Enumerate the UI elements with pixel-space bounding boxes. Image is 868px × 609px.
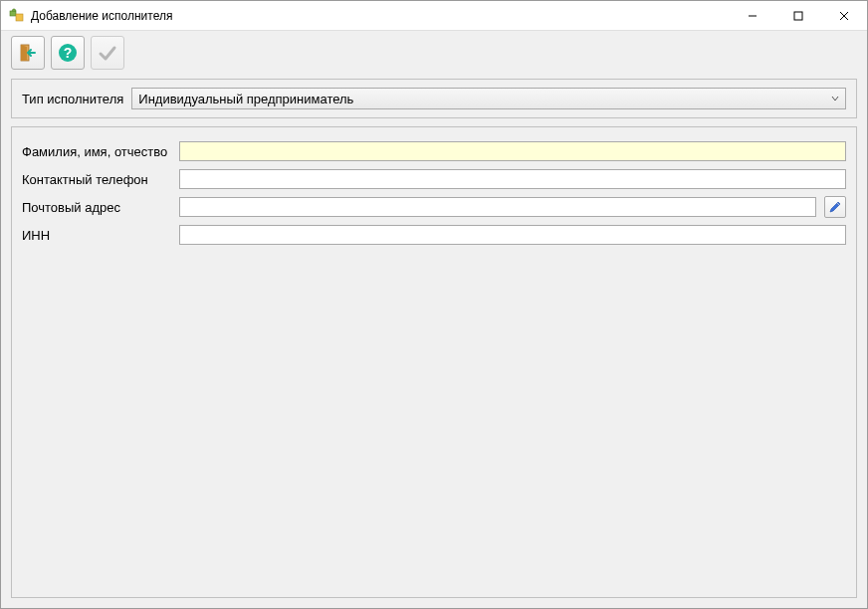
input-inn[interactable] (179, 225, 846, 245)
row-phone: Контактный телефон (22, 165, 846, 193)
input-phone[interactable] (179, 169, 846, 189)
window-root: Добавление исполнителя ? (0, 0, 868, 609)
type-select-value: Индивидуальный предприниматель (138, 92, 353, 106)
exit-button[interactable] (11, 36, 45, 70)
toolbar: ? (1, 31, 867, 75)
app-icon (9, 8, 25, 24)
help-button[interactable]: ? (51, 36, 85, 70)
close-button[interactable] (821, 1, 867, 30)
label-address: Почтовый адрес (22, 200, 171, 215)
label-fullname: Фамилия, имя, отчество (22, 144, 171, 159)
input-address[interactable] (179, 197, 816, 217)
form-section: Фамилия, имя, отчество Контактный телефо… (11, 126, 857, 598)
svg-text:?: ? (64, 45, 73, 61)
type-section: Тип исполнителя Индивидуальный предприни… (11, 79, 857, 118)
label-phone: Контактный телефон (22, 172, 171, 187)
row-address: Почтовый адрес (22, 193, 846, 221)
type-select[interactable]: Индивидуальный предприниматель (131, 88, 846, 109)
titlebar: Добавление исполнителя (1, 1, 867, 31)
maximize-button[interactable] (775, 1, 821, 30)
edit-address-button[interactable] (824, 196, 846, 218)
row-inn: ИНН (22, 221, 846, 249)
window-controls (730, 1, 867, 30)
input-fullname[interactable] (179, 141, 846, 161)
chevron-down-icon (831, 94, 839, 104)
type-row: Тип исполнителя Индивидуальный предприни… (22, 88, 846, 109)
type-label: Тип исполнителя (22, 92, 123, 106)
row-fullname: Фамилия, имя, отчество (22, 137, 846, 165)
confirm-button[interactable] (91, 36, 124, 70)
svg-rect-3 (794, 12, 802, 20)
svg-rect-0 (10, 11, 16, 16)
window-title: Добавление исполнителя (31, 9, 730, 23)
label-inn: ИНН (22, 228, 171, 243)
svg-rect-1 (16, 14, 23, 21)
minimize-button[interactable] (730, 1, 775, 30)
svg-marker-7 (21, 45, 27, 61)
